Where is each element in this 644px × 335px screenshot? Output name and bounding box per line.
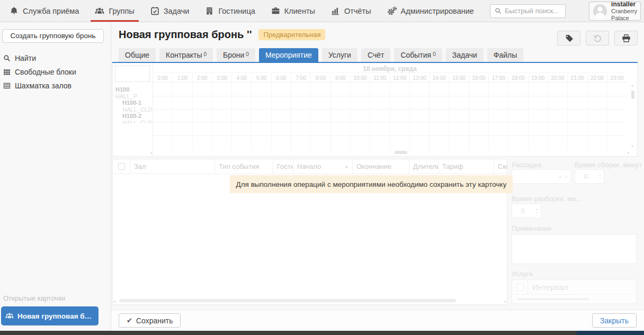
scroll-left-icon[interactable]: ◂ [113, 299, 115, 304]
timeline-horizontal-scrollbar[interactable]: ◂ ▸ [154, 150, 625, 155]
status-badge: Предварительная [258, 29, 325, 40]
sidebar-item-free-blocks[interactable]: Свободные блоки [0, 65, 111, 79]
timeline-grid-column [528, 83, 548, 150]
timeline-filter-cell[interactable] [115, 66, 150, 82]
tag-button[interactable] [557, 31, 580, 46]
tab-general[interactable]: Общие [119, 48, 156, 62]
timeline-grid-column [548, 83, 567, 150]
timeline-grid-column [153, 83, 172, 150]
tab-tasks[interactable]: Задачи [446, 48, 484, 62]
chevron-down-icon[interactable]: ▾ [565, 174, 567, 179]
tab-label: Брони [223, 51, 244, 59]
nav-administration[interactable]: Администрирование [387, 0, 474, 22]
teardown-time-value: 0 [512, 207, 533, 215]
hour-label: 11:00 [370, 74, 389, 82]
scrollbar-thumb[interactable] [119, 299, 456, 302]
open-card-new-group-booking[interactable]: Новая групповая брон... [1, 306, 99, 325]
scroll-down-icon[interactable]: ▾ [631, 144, 633, 149]
timeline-grid-column [508, 83, 527, 150]
nav-clients[interactable]: Клиенты [271, 0, 315, 22]
nav-reports[interactable]: Отчёты [331, 0, 371, 22]
search-input[interactable] [505, 7, 561, 15]
save-button[interactable]: ✔ Сохранить [119, 313, 181, 328]
table-icon [3, 82, 11, 89]
column-header-start[interactable]: Начало▲ [293, 159, 353, 174]
tab-label: Мероприятие [265, 51, 312, 59]
print-button[interactable] [614, 31, 638, 46]
teardown-time-label: Время разборки, ми... [512, 195, 582, 203]
hour-label: 17:00 [488, 74, 508, 82]
tab-contracts[interactable]: Контракты0 [159, 48, 213, 62]
column-header-duration[interactable]: Длительн... [409, 159, 439, 174]
column-header-tariff[interactable]: Тариф [439, 159, 494, 174]
tag-icon [565, 34, 574, 43]
events-table-horizontal-scrollbar[interactable]: ◂ ▸ [114, 298, 506, 303]
scroll-right-icon[interactable]: ▸ [628, 150, 630, 155]
stepper-arrows[interactable]: ▴▾ [533, 207, 541, 215]
services-label: Услуги [512, 270, 533, 278]
app-window: Служба приёма Группы Задачи Гостиница Кл… [0, 0, 644, 335]
bell-icon [10, 6, 19, 15]
undo-button[interactable] [586, 31, 609, 46]
tab-invoice[interactable]: Счёт [361, 48, 390, 62]
timeline-grid-column [291, 83, 310, 150]
tab-bookings[interactable]: Брони0 [217, 48, 255, 62]
gears-icon [387, 6, 397, 16]
select-all-checkbox[interactable] [118, 163, 125, 170]
tab-event[interactable]: Мероприятие [259, 48, 318, 62]
column-header-discount[interactable]: Скидк [494, 159, 507, 174]
scroll-right-icon[interactable]: ▸ [504, 299, 506, 304]
search-icon [3, 55, 11, 62]
column-header-end[interactable]: Окончание [353, 159, 409, 174]
tab-events[interactable]: События0 [394, 48, 442, 62]
nav-groups[interactable]: Группы [95, 0, 134, 22]
timeline-grid-column [488, 83, 508, 150]
scroll-up-icon[interactable]: ▴ [631, 83, 633, 88]
column-header-hall[interactable]: Зал [130, 159, 215, 174]
nav-hotel[interactable]: Гостиница [205, 0, 255, 22]
step-up-icon[interactable]: ▴ [536, 207, 538, 211]
step-down-icon[interactable]: ▾ [536, 211, 538, 215]
scroll-left-icon[interactable]: ◂ [150, 150, 152, 155]
timeline-vertical-scrollbar[interactable]: ▴ ▾ [631, 84, 636, 148]
step-up-icon[interactable]: ▴ [599, 173, 601, 177]
timeline-grid[interactable] [153, 83, 627, 150]
seating-combobox[interactable]: × ▾ [512, 169, 571, 184]
services-select-all-checkbox[interactable] [516, 284, 524, 291]
stepper-arrows[interactable]: ▴▾ [596, 173, 604, 180]
scrollbar-thumb[interactable] [631, 90, 634, 99]
close-button[interactable]: Закрыть [592, 313, 637, 328]
clear-icon[interactable]: × [559, 174, 562, 180]
timeline-grid-column [330, 83, 350, 150]
column-header-interval[interactable]: Интервал [528, 280, 636, 294]
scrollbar-thumb[interactable] [395, 151, 407, 154]
create-group-booking-button[interactable]: Создать групповую бронь [2, 29, 104, 43]
column-header-event-type[interactable]: Тип события [215, 159, 273, 174]
tab-label: События [400, 51, 431, 59]
services-scrollbar[interactable] [512, 295, 636, 303]
teardown-time-stepper[interactable]: 0 ▴▾ [512, 204, 541, 218]
services-table: Интервал [512, 279, 637, 304]
sidebar-item-hall-grid[interactable]: Шахматка залов [0, 79, 111, 93]
sidebar-item-find[interactable]: Найти [0, 51, 111, 65]
step-down-icon[interactable]: ▾ [599, 177, 601, 180]
user-menu[interactable]: installer Cranberry Palace [589, 2, 641, 21]
sidebar-item-label: Найти [15, 54, 36, 62]
notes-textarea[interactable] [512, 234, 637, 264]
timeline-grid-column [587, 83, 607, 150]
timeline-hours: 0:001:002:003:004:005:006:007:008:009:00… [153, 74, 627, 83]
timeline-left-column: H100HALL_PH100-1HALL_CLDH100-2HALL_CLD [113, 63, 153, 156]
assembly-time-stepper[interactable]: 0 ▴▾ [575, 169, 604, 184]
tab-count: 0 [246, 51, 249, 57]
tab-services[interactable]: Услуги [322, 48, 357, 62]
column-header-guests[interactable]: Гости [273, 159, 293, 174]
top-navigation: Служба приёма Группы Задачи Гостиница Кл… [0, 0, 644, 22]
nav-label: Группы [109, 7, 134, 15]
nav-reception[interactable]: Служба приёма [10, 0, 79, 22]
hall-code: H100-1 [115, 99, 153, 106]
nav-tasks[interactable]: Задачи [150, 0, 190, 22]
timeline-grid-column [370, 83, 389, 150]
tab-files[interactable]: Файлы [487, 48, 523, 62]
scrollbar-thumb[interactable] [517, 298, 589, 300]
hour-label: 19:00 [528, 74, 548, 82]
